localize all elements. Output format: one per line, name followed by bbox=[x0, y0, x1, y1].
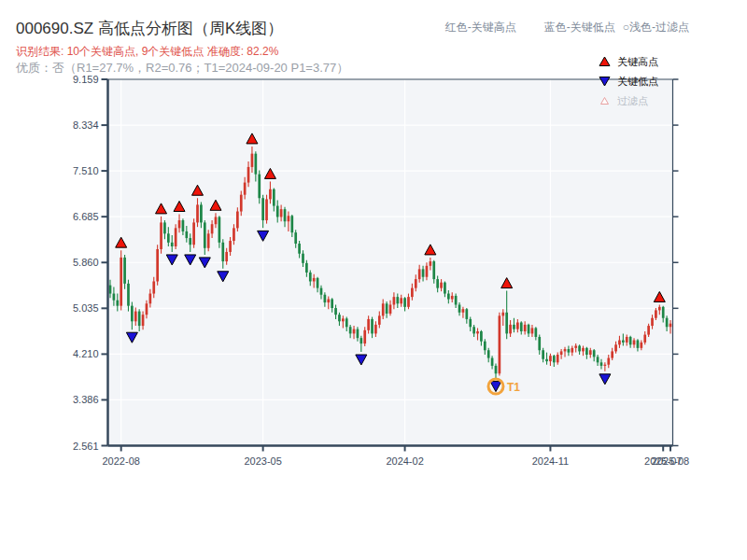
candle-body bbox=[637, 341, 640, 348]
candle-body bbox=[571, 348, 573, 353]
candle-body bbox=[149, 294, 152, 304]
candle-body bbox=[578, 345, 581, 351]
candle-body bbox=[622, 341, 625, 343]
candle-body bbox=[247, 167, 250, 183]
legend-item-filter-point: 过滤点 bbox=[599, 93, 658, 108]
candle-body bbox=[528, 325, 530, 334]
candle-body bbox=[251, 154, 254, 167]
t1-label: T1 bbox=[507, 381, 520, 394]
candle-body bbox=[244, 183, 247, 195]
candle-body bbox=[175, 228, 177, 246]
candle-body bbox=[349, 327, 352, 333]
candle-body bbox=[298, 244, 301, 254]
candle-body bbox=[560, 351, 563, 355]
y-tick-label: 5.035 bbox=[73, 302, 99, 314]
candle-body bbox=[455, 296, 458, 305]
candle-body bbox=[290, 216, 293, 232]
candle-body bbox=[338, 315, 341, 321]
candle-body bbox=[430, 261, 432, 266]
candle-body bbox=[265, 199, 268, 220]
candle-body bbox=[640, 343, 642, 348]
candle-body bbox=[513, 325, 515, 329]
candle-body bbox=[294, 232, 297, 244]
candle-body bbox=[142, 315, 145, 326]
candle-body bbox=[582, 348, 585, 352]
candle-body bbox=[185, 231, 188, 238]
candle-body bbox=[189, 238, 191, 245]
candle-body bbox=[643, 335, 646, 343]
candle-body bbox=[538, 337, 541, 350]
candle-body bbox=[131, 306, 134, 322]
candle-body bbox=[469, 319, 472, 327]
candle-body bbox=[458, 304, 461, 312]
candle-body bbox=[462, 309, 465, 313]
candle-body bbox=[520, 322, 523, 331]
candle-body bbox=[574, 345, 577, 347]
candle-body bbox=[313, 278, 316, 282]
candle-body bbox=[160, 222, 162, 249]
candle-body bbox=[236, 212, 239, 229]
candle-body bbox=[233, 228, 235, 241]
y-tick-label: 7.510 bbox=[73, 165, 99, 176]
candle-body bbox=[426, 266, 429, 277]
candle-body bbox=[658, 307, 661, 311]
candle-body bbox=[359, 338, 362, 343]
candle-body bbox=[386, 303, 388, 314]
candle-body bbox=[593, 350, 596, 357]
candle-body bbox=[331, 300, 333, 309]
candle-body bbox=[309, 273, 312, 282]
candle-body bbox=[480, 331, 483, 342]
candle-body bbox=[178, 220, 181, 228]
candle-body bbox=[196, 204, 199, 222]
candle-body bbox=[345, 318, 348, 327]
candle-body bbox=[597, 357, 599, 362]
candle-body bbox=[403, 298, 406, 307]
candle-body bbox=[407, 297, 410, 307]
candle-body bbox=[371, 319, 374, 333]
candle-body bbox=[585, 348, 588, 355]
candle-body bbox=[324, 295, 327, 302]
candle-body bbox=[240, 195, 243, 212]
candle-body bbox=[542, 350, 544, 359]
candle-body bbox=[505, 313, 508, 334]
filter-point-legend-marker-icon bbox=[599, 95, 611, 106]
candle-body bbox=[225, 252, 228, 261]
candle-body bbox=[357, 329, 359, 339]
candle-body bbox=[491, 358, 494, 366]
y-tick-label: 2.561 bbox=[73, 441, 99, 452]
candle-body bbox=[305, 263, 308, 273]
candle-body bbox=[549, 356, 552, 361]
y-tick-label: 4.210 bbox=[73, 348, 99, 359]
candle-body bbox=[432, 261, 435, 279]
candle-body bbox=[127, 284, 130, 306]
y-tick-label: 9.159 bbox=[73, 74, 99, 85]
candle-body bbox=[204, 222, 206, 247]
candle-body bbox=[629, 337, 632, 344]
candle-body bbox=[651, 318, 654, 326]
y-tick-label: 5.860 bbox=[73, 257, 99, 268]
candle-body bbox=[509, 325, 512, 334]
candle-body bbox=[367, 319, 370, 330]
candle-body bbox=[396, 297, 399, 303]
candle-body bbox=[123, 258, 126, 284]
candle-body bbox=[288, 216, 290, 221]
candle-body bbox=[302, 254, 304, 263]
candle-body bbox=[415, 279, 417, 288]
key-low-legend-marker-icon bbox=[599, 76, 611, 87]
candle-body bbox=[472, 327, 475, 333]
candle-body bbox=[647, 326, 650, 335]
candle-body bbox=[440, 283, 443, 288]
candle-body bbox=[499, 315, 501, 373]
candle-body bbox=[436, 279, 439, 288]
x-tick-label: 2024-11 bbox=[532, 455, 570, 467]
candle-body bbox=[655, 310, 657, 317]
candle-body bbox=[317, 278, 319, 288]
candle-body bbox=[557, 355, 559, 362]
candle-body bbox=[276, 206, 279, 217]
candle-body bbox=[258, 175, 261, 199]
y-tick-label: 3.386 bbox=[73, 394, 99, 405]
x-tick-label: 2023-05 bbox=[244, 455, 281, 467]
candle-body bbox=[611, 351, 613, 357]
candle-body bbox=[633, 341, 636, 345]
candle-body bbox=[487, 350, 490, 357]
